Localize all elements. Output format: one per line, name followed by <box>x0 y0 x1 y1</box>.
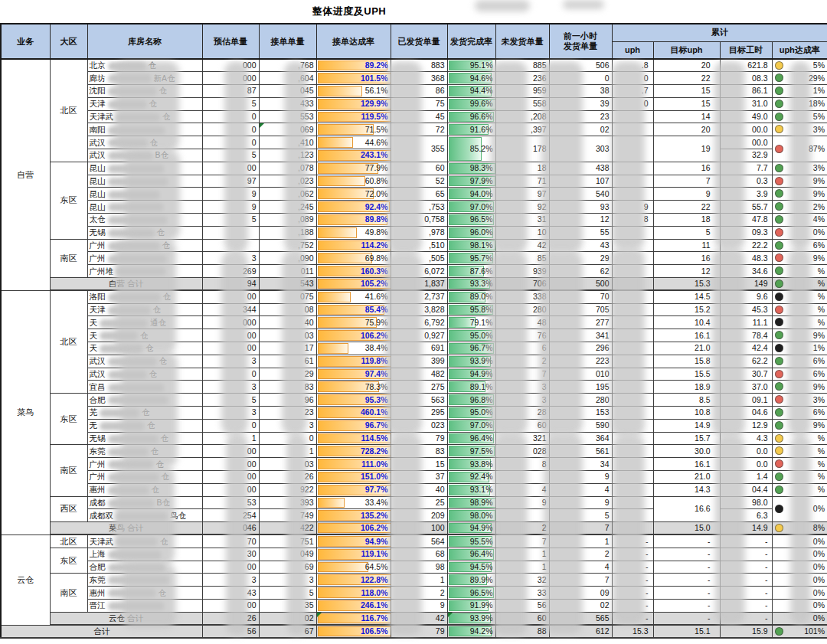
cell-uph[interactable] <box>612 252 653 265</box>
cell-region[interactable]: 北区 <box>50 59 87 162</box>
cell-ship-rate[interactable]: 93.9% <box>447 355 495 368</box>
cell-shipped[interactable]: ,753 <box>391 201 447 214</box>
cell-warehouse-name[interactable]: 广州仓 <box>87 458 202 471</box>
cell-ship-rate[interactable]: 98.9% <box>447 496 495 509</box>
cell-target-uph[interactable]: 14.9 <box>653 419 720 432</box>
cell-estimated[interactable]: 0 <box>202 123 259 136</box>
cell-uph[interactable]: - <box>612 587 653 600</box>
progress-uph-table[interactable]: 业务大区库房名称预估单量接单单量接单达成率已发货单量发货完成率未发货单量前一小时… <box>0 23 827 639</box>
cell-target-uph[interactable]: 15 <box>653 85 720 98</box>
cell-receive-rate[interactable]: 97.4% <box>316 368 391 381</box>
cell-ship-rate[interactable]: 94.9% <box>447 368 495 381</box>
column-header-8[interactable]: 未发货单量 <box>495 24 549 59</box>
cell-uph-rate[interactable]: 0% <box>772 496 827 522</box>
cell-ship-rate[interactable]: 91.6% <box>447 123 495 136</box>
cell-received[interactable]: 553 <box>259 110 316 123</box>
cell-ship-rate[interactable]: 95.8% <box>447 303 495 316</box>
cell-last-hour[interactable]: 612 <box>549 625 612 638</box>
cell-last-hour[interactable]: 1 <box>549 534 612 548</box>
cell-ship-rate[interactable]: 97.0% <box>447 201 495 214</box>
cell-warehouse-name[interactable]: 沈阳仓 <box>87 85 202 98</box>
cell-shipped[interactable]: 482 <box>391 368 447 381</box>
cell-unshipped[interactable]: 92 <box>495 201 549 214</box>
cell-uph[interactable] <box>612 239 653 252</box>
cell-ship-rate[interactable]: 95.0% <box>447 407 495 420</box>
cell-unshipped[interactable] <box>495 509 549 522</box>
cell-estimated[interactable]: 000 <box>202 59 259 72</box>
cell-warehouse-name[interactable]: 天津武仓 <box>87 110 202 123</box>
cell-target-hours[interactable]: 9.6 <box>720 290 772 303</box>
cell-target-hours[interactable]: 22.2 <box>720 239 772 252</box>
cell-shipped[interactable]: 98 <box>391 561 447 574</box>
cell-receive-rate[interactable]: 96.7% <box>316 419 391 432</box>
cell-target-uph[interactable]: 16 <box>653 162 720 175</box>
cell-target-uph[interactable]: - <box>653 599 720 612</box>
cell-target-uph[interactable]: - <box>653 574 720 587</box>
cell-unshipped[interactable]: 178 <box>495 136 549 162</box>
cell-last-hour[interactable]: 438 <box>549 162 612 175</box>
cell-last-hour[interactable]: 29 <box>549 252 612 265</box>
cell-target-hours[interactable]: - <box>720 561 772 574</box>
cell-shipped[interactable]: 42 <box>391 612 447 625</box>
cell-uph-rate[interactable]: 0% <box>772 548 827 561</box>
cell-receive-rate[interactable]: 111.0% <box>316 458 391 471</box>
cell-received[interactable]: 1 <box>259 445 316 458</box>
cell-last-hour[interactable]: 500 <box>549 278 612 291</box>
cell-unshipped[interactable]: 2 <box>495 355 549 368</box>
cell-received[interactable]: ,188 <box>259 226 316 239</box>
cell-receive-rate[interactable]: 101.5% <box>316 72 391 85</box>
cell-warehouse-name[interactable]: 广州堆 <box>87 265 202 278</box>
cell-receive-rate[interactable]: 89.2% <box>316 59 391 72</box>
cell-received[interactable]: 3 <box>259 574 316 587</box>
cell-estimated[interactable]: 00 <box>202 329 259 342</box>
cell-ship-rate[interactable]: 95.7% <box>447 252 495 265</box>
cell-last-hour[interactable]: 4 <box>549 561 612 574</box>
cell-received[interactable]: 03 <box>259 329 316 342</box>
cell-target-uph[interactable]: 7 <box>653 175 720 188</box>
cell-last-hour[interactable]: 38 <box>549 85 612 98</box>
cell-uph[interactable]: - <box>612 612 653 625</box>
cell-shipped[interactable]: 691 <box>391 342 447 355</box>
cell-warehouse-name[interactable]: 昆山 <box>87 175 202 188</box>
cell-receive-rate[interactable]: 106.5% <box>316 625 391 638</box>
cell-estimated[interactable]: 56 <box>202 625 259 638</box>
cell-shipped[interactable]: ,505 <box>391 252 447 265</box>
cell-unshipped[interactable]: 56 <box>495 599 549 612</box>
cell-estimated[interactable]: 97 <box>202 175 259 188</box>
cell-estimated[interactable]: 344 <box>202 303 259 316</box>
cell-target-hours[interactable]: 34.6 <box>720 265 772 278</box>
cell-warehouse-name[interactable]: 廊坊新A仓 <box>87 72 202 85</box>
cell-ship-rate[interactable]: 96.0% <box>447 226 495 239</box>
cell-ship-rate[interactable]: 94.4% <box>447 85 495 98</box>
cell-ship-rate[interactable]: 95.5% <box>447 534 495 548</box>
cell-shipped[interactable]: 883 <box>391 59 447 72</box>
cell-ship-rate[interactable]: 97.9% <box>447 175 495 188</box>
cell-target-hours[interactable]: 0.0 <box>720 445 772 458</box>
cell-receive-rate[interactable]: 460.1% <box>316 407 391 420</box>
cell-estimated[interactable]: 5 <box>202 97 259 110</box>
cell-received[interactable]: 08 <box>259 303 316 316</box>
cell-ship-rate[interactable]: 93.1% <box>447 483 495 496</box>
cell-warehouse-name[interactable]: 成都B仓 <box>87 496 202 509</box>
cell-target-uph[interactable]: 20 <box>653 123 720 136</box>
cell-received[interactable]: 922 <box>259 483 316 496</box>
cell-target-hours[interactable]: 55.7 <box>720 201 772 214</box>
cell-uph-rate[interactable]: % <box>772 471 827 484</box>
cell-target-hours[interactable]: 11.1 <box>720 316 772 329</box>
cell-target-hours[interactable]: 0.0 <box>720 458 772 471</box>
cell-warehouse-name[interactable]: 东莞 <box>87 574 202 587</box>
cell-target-uph[interactable]: 14.3 <box>653 483 720 496</box>
cell-uph-rate[interactable]: % <box>772 265 827 278</box>
cell-uph-rate[interactable]: 8% <box>772 522 827 535</box>
cell-estimated[interactable]: 94 <box>202 278 259 291</box>
cell-target-uph[interactable]: 14 <box>653 110 720 123</box>
cell-unshipped[interactable]: 885 <box>495 59 549 72</box>
cell-received[interactable]: 045 <box>259 85 316 98</box>
cell-receive-rate[interactable]: 85.4% <box>316 303 391 316</box>
cell-target-hours[interactable]: 09.3 <box>720 226 772 239</box>
cell-ship-rate[interactable]: 94.0% <box>447 188 495 201</box>
cell-uph[interactable] <box>612 265 653 278</box>
cell-warehouse-name[interactable]: 昆山 <box>87 162 202 175</box>
cell-ship-rate[interactable]: 89.9% <box>447 574 495 587</box>
cell-target-uph[interactable]: 10.4 <box>653 316 720 329</box>
